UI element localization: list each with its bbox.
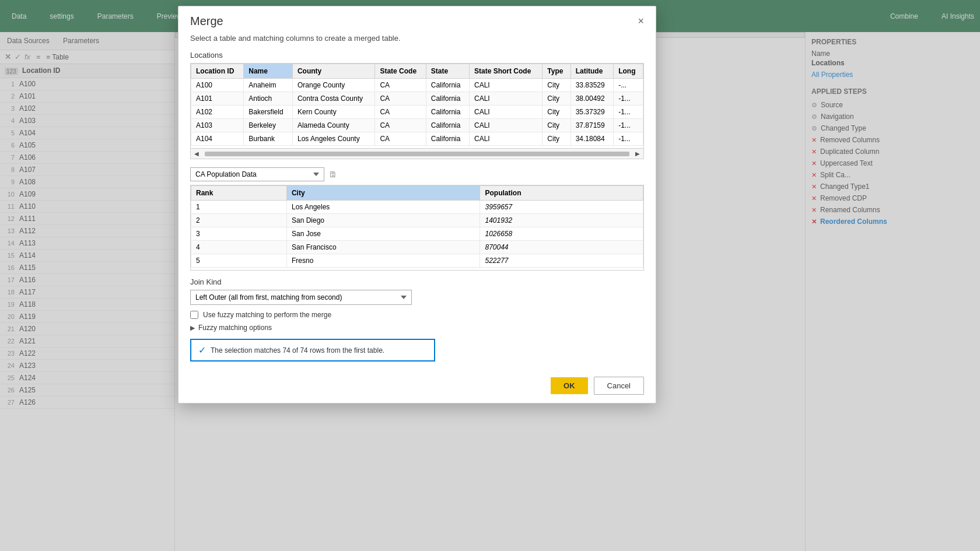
table2-header: CA Population DataLocations 🖺 bbox=[190, 167, 644, 181]
fuzzy-options-expand-icon: ▶ bbox=[190, 324, 195, 332]
dialog-body: Select a table and matching columns to c… bbox=[178, 28, 656, 371]
table1-header-cell[interactable]: State bbox=[426, 64, 469, 79]
match-status-bar: ✓ The selection matches 74 of 74 rows fr… bbox=[190, 339, 435, 362]
table-row[interactable]: 2San Diego1401932 bbox=[191, 214, 643, 227]
table1-header-cell[interactable]: State Short Code bbox=[469, 64, 542, 79]
table2-select[interactable]: CA Population DataLocations bbox=[190, 167, 324, 181]
table2-header-cell[interactable]: City bbox=[286, 186, 480, 201]
table-row[interactable]: 1Los Angeles3959657 bbox=[191, 201, 643, 214]
dialog-close-button[interactable]: × bbox=[638, 15, 644, 27]
table1-header-cell[interactable]: Long bbox=[614, 64, 643, 79]
table-row[interactable]: A101AntiochContra Costa CountyCACaliforn… bbox=[191, 92, 643, 106]
scroll-track bbox=[205, 152, 629, 156]
scroll-left-arrow[interactable]: ◀ bbox=[191, 150, 202, 157]
table2-wrapper: RankCityPopulation 1Los Angeles39596572S… bbox=[190, 185, 644, 271]
table2: RankCityPopulation 1Los Angeles39596572S… bbox=[191, 185, 643, 268]
fuzzy-check-label: Use fuzzy matching to perform the merge bbox=[203, 311, 331, 319]
join-kind-select[interactable]: Left Outer (all from first, matching fro… bbox=[190, 290, 412, 305]
dialog-title-bar: Merge × bbox=[178, 6, 656, 28]
table-row[interactable]: A104BurbankLos Angeles CountyCACaliforni… bbox=[191, 132, 643, 146]
table-row[interactable]: A100AnaheimOrange CountyCACaliforniaCALI… bbox=[191, 79, 643, 92]
table-row[interactable]: 4San Francisco870044 bbox=[191, 241, 643, 254]
table-row[interactable]: 3San Jose1026658 bbox=[191, 227, 643, 241]
table2-header-cell[interactable]: Rank bbox=[191, 186, 287, 201]
table1-header-cell[interactable]: State Code bbox=[375, 64, 426, 79]
table1-scrollbar[interactable]: ◀ ▶ bbox=[190, 149, 644, 159]
cancel-button[interactable]: Cancel bbox=[594, 377, 644, 395]
table2-external-link[interactable]: 🖺 bbox=[329, 170, 337, 179]
fuzzy-options-label: Fuzzy matching options bbox=[198, 324, 272, 332]
table1-label: Locations bbox=[190, 51, 644, 59]
table1-header-cell[interactable]: County bbox=[292, 64, 374, 79]
table1-header-cell[interactable]: Location ID bbox=[191, 64, 244, 79]
table1-header-cell[interactable]: Type bbox=[542, 64, 570, 79]
fuzzy-options-row[interactable]: ▶ Fuzzy matching options bbox=[190, 324, 644, 332]
scroll-right-arrow[interactable]: ▶ bbox=[632, 150, 643, 157]
dialog-subtitle: Select a table and matching columns to c… bbox=[190, 34, 644, 43]
table2-header-cell[interactable]: Population bbox=[480, 186, 643, 201]
table-row[interactable]: 5Fresno522277 bbox=[191, 254, 643, 268]
dialog-title: Merge bbox=[190, 15, 223, 28]
table1-header-cell[interactable]: Latitude bbox=[570, 64, 614, 79]
ok-button[interactable]: OK bbox=[551, 377, 588, 394]
table1-header-row: Location IDNameCountyState CodeStateStat… bbox=[191, 64, 643, 79]
join-kind-section: Join Kind Left Outer (all from first, ma… bbox=[190, 278, 644, 305]
fuzzy-checkbox[interactable] bbox=[190, 311, 198, 319]
table1-wrapper: Location IDNameCountyState CodeStateStat… bbox=[190, 63, 644, 149]
dialog-footer: OK Cancel bbox=[178, 371, 656, 403]
fuzzy-check-row: Use fuzzy matching to perform the merge bbox=[190, 311, 644, 319]
match-check-icon: ✓ bbox=[198, 345, 206, 356]
table-row[interactable]: A103BerkeleyAlameda CountyCACaliforniaCA… bbox=[191, 119, 643, 132]
table2-header-row: RankCityPopulation bbox=[191, 186, 643, 201]
match-status-text: The selection matches 74 of 74 rows from… bbox=[211, 346, 384, 355]
table-row[interactable]: A102BakersfieldKern CountyCACaliforniaCA… bbox=[191, 106, 643, 119]
merge-dialog: Merge × Select a table and matching colu… bbox=[178, 6, 656, 403]
table1-header-cell[interactable]: Name bbox=[244, 64, 293, 79]
join-kind-label: Join Kind bbox=[190, 278, 644, 286]
table1: Location IDNameCountyState CodeStateStat… bbox=[191, 64, 643, 146]
